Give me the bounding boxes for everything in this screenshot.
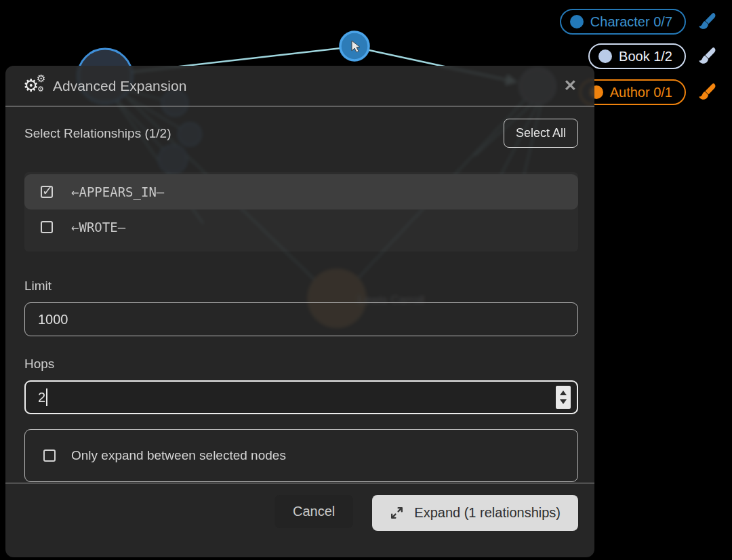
close-icon[interactable]: ✕ — [564, 77, 577, 95]
legend-row: Character 0/7 — [560, 9, 717, 35]
gears-icon: ⚙ ⚙ ⚙ — [23, 75, 47, 97]
dialog-footer: Cancel Expand (1 relationships) — [5, 483, 594, 557]
dialog-header: ⚙ ⚙ ⚙ Advanced Expansion ✕ — [5, 66, 594, 106]
expand-button[interactable]: Expand (1 relationships) — [372, 495, 578, 531]
relationship-row[interactable]: ←APPEARS_IN— — [24, 174, 578, 209]
legend-pill-label: Character 0/7 — [590, 14, 672, 30]
number-stepper[interactable] — [556, 386, 571, 409]
node-color-dot — [570, 15, 584, 28]
only-expand-label: Only expand between selected nodes — [71, 448, 286, 463]
relationship-row[interactable]: ←WROTE— — [24, 209, 578, 245]
relationship-label: ←APPEARS_IN— — [71, 184, 164, 199]
only-expand-option[interactable]: Only expand between selected nodes — [24, 429, 578, 482]
advanced-expansion-dialog: ⚙ ⚙ ⚙ Advanced Expansion ✕ Select Relati… — [5, 66, 594, 557]
stepper-up-icon[interactable] — [560, 391, 567, 395]
select-all-button[interactable]: Select All — [504, 119, 578, 148]
paintbrush-icon[interactable] — [697, 45, 717, 68]
legend-pill[interactable]: Book 1/2 — [588, 43, 686, 69]
limit-input[interactable] — [24, 302, 578, 336]
dialog-body: Select Relationships (1/2) Select All ←A… — [5, 106, 594, 483]
node-color-dot — [598, 49, 612, 63]
dialog-title: Advanced Expansion — [53, 78, 186, 94]
relationship-list: ←APPEARS_IN— ←WROTE— — [24, 172, 578, 252]
paintbrush-icon[interactable] — [697, 11, 717, 33]
relationships-heading: Select Relationships (1/2) — [24, 126, 171, 141]
limit-label: Limit — [24, 279, 578, 294]
text-caret — [46, 388, 47, 406]
relationship-checkbox[interactable] — [41, 221, 53, 233]
legend-row: Author 0/1 — [580, 79, 717, 105]
expand-arrows-icon — [390, 506, 404, 520]
cancel-button[interactable]: Cancel — [274, 495, 353, 528]
relationship-checkbox[interactable] — [41, 186, 53, 198]
expand-button-label: Expand (1 relationships) — [414, 505, 561, 521]
legend-pill[interactable]: Author 0/1 — [580, 79, 686, 105]
relationship-label: ←WROTE— — [71, 220, 125, 235]
hops-label: Hops — [24, 357, 578, 372]
only-expand-checkbox[interactable] — [43, 449, 56, 462]
hops-value: 2 — [38, 390, 45, 405]
stepper-down-icon[interactable] — [560, 399, 567, 404]
hops-input[interactable]: 2 — [24, 380, 578, 414]
legend-pill-label: Book 1/2 — [619, 49, 672, 64]
legend-row: Book 1/2 — [588, 43, 717, 69]
legend-pill[interactable]: Character 0/7 — [560, 9, 686, 35]
legend-pill-label: Author 0/1 — [610, 85, 672, 100]
paintbrush-icon[interactable] — [697, 81, 717, 104]
